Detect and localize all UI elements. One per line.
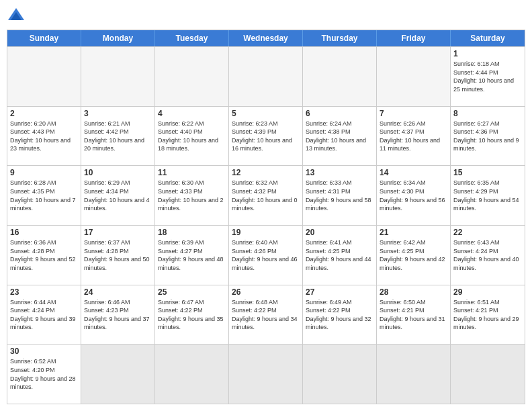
day-number: 28 — [380, 287, 447, 297]
calendar-cell — [303, 47, 377, 106]
day-number: 17 — [84, 228, 152, 237]
calendar-header: SundayMondayTuesdayWednesdayThursdayFrid… — [7, 30, 525, 46]
calendar-row: 1Sunrise: 6:18 AMSunset: 4:44 PMDaylight… — [7, 46, 525, 106]
cal-header-day: Thursday — [303, 30, 377, 46]
day-info: Sunrise: 6:23 AMSunset: 4:39 PMDaylight:… — [232, 120, 300, 153]
day-info: Sunrise: 6:27 AMSunset: 4:36 PMDaylight:… — [453, 120, 522, 153]
calendar-cell: 18Sunrise: 6:39 AMSunset: 4:27 PMDayligh… — [155, 226, 229, 285]
day-info: Sunrise: 6:29 AMSunset: 4:34 PMDaylight:… — [84, 179, 152, 212]
day-number: 20 — [306, 228, 373, 237]
calendar-cell: 11Sunrise: 6:30 AMSunset: 4:33 PMDayligh… — [155, 166, 229, 225]
calendar-cell — [377, 345, 451, 404]
day-info: Sunrise: 6:21 AMSunset: 4:42 PMDaylight:… — [84, 120, 152, 153]
cal-header-day: Sunday — [7, 30, 81, 46]
page: SundayMondayTuesdayWednesdayThursdayFrid… — [0, 0, 532, 411]
calendar-row: 16Sunrise: 6:36 AMSunset: 4:28 PMDayligh… — [7, 225, 525, 285]
day-number: 25 — [158, 287, 226, 297]
day-number: 16 — [10, 228, 78, 237]
day-number: 3 — [84, 109, 152, 118]
calendar-cell: 17Sunrise: 6:37 AMSunset: 4:28 PMDayligh… — [81, 226, 155, 285]
day-info: Sunrise: 6:40 AMSunset: 4:26 PMDaylight:… — [232, 238, 300, 272]
day-info: Sunrise: 6:18 AMSunset: 4:44 PMDaylight:… — [453, 60, 522, 93]
calendar-cell — [81, 47, 155, 106]
day-number: 7 — [380, 109, 447, 118]
day-number: 23 — [10, 287, 78, 297]
calendar-cell — [81, 345, 155, 404]
calendar-cell: 16Sunrise: 6:36 AMSunset: 4:28 PMDayligh… — [7, 226, 81, 285]
day-number: 21 — [380, 228, 447, 237]
calendar-cell: 3Sunrise: 6:21 AMSunset: 4:42 PMDaylight… — [81, 107, 155, 166]
day-info: Sunrise: 6:20 AMSunset: 4:43 PMDaylight:… — [10, 120, 78, 153]
calendar-cell: 25Sunrise: 6:47 AMSunset: 4:22 PMDayligh… — [155, 285, 229, 345]
calendar-cell: 8Sunrise: 6:27 AMSunset: 4:36 PMDaylight… — [451, 107, 525, 166]
day-number: 22 — [453, 228, 522, 237]
day-info: Sunrise: 6:36 AMSunset: 4:28 PMDaylight:… — [10, 238, 78, 272]
cal-header-day: Monday — [81, 30, 155, 46]
calendar-cell: 4Sunrise: 6:22 AMSunset: 4:40 PMDaylight… — [155, 107, 229, 166]
header — [7, 7, 525, 26]
day-number: 24 — [84, 287, 152, 297]
day-info: Sunrise: 6:30 AMSunset: 4:33 PMDaylight:… — [158, 179, 226, 212]
calendar-cell: 2Sunrise: 6:20 AMSunset: 4:43 PMDaylight… — [7, 107, 81, 166]
day-info: Sunrise: 6:47 AMSunset: 4:22 PMDaylight:… — [158, 298, 226, 332]
calendar-cell: 29Sunrise: 6:51 AMSunset: 4:21 PMDayligh… — [451, 285, 525, 345]
day-info: Sunrise: 6:32 AMSunset: 4:32 PMDaylight:… — [232, 179, 300, 212]
calendar-body: 1Sunrise: 6:18 AMSunset: 4:44 PMDaylight… — [7, 46, 525, 404]
day-number: 5 — [232, 109, 300, 118]
calendar-cell: 23Sunrise: 6:44 AMSunset: 4:24 PMDayligh… — [7, 285, 81, 345]
day-number: 1 — [453, 49, 522, 58]
day-info: Sunrise: 6:46 AMSunset: 4:23 PMDaylight:… — [84, 298, 152, 332]
calendar-cell: 24Sunrise: 6:46 AMSunset: 4:23 PMDayligh… — [81, 285, 155, 345]
day-info: Sunrise: 6:52 AMSunset: 4:20 PMDaylight:… — [10, 357, 78, 391]
calendar-cell — [155, 47, 229, 106]
day-info: Sunrise: 6:42 AMSunset: 4:25 PMDaylight:… — [380, 238, 447, 272]
day-info: Sunrise: 6:50 AMSunset: 4:21 PMDaylight:… — [380, 298, 447, 332]
day-number: 30 — [10, 347, 78, 356]
day-info: Sunrise: 6:39 AMSunset: 4:27 PMDaylight:… — [158, 238, 226, 272]
day-info: Sunrise: 6:24 AMSunset: 4:38 PMDaylight:… — [306, 120, 373, 153]
day-number: 18 — [158, 228, 226, 237]
day-number: 14 — [380, 168, 447, 177]
calendar-cell: 9Sunrise: 6:28 AMSunset: 4:35 PMDaylight… — [7, 166, 81, 225]
day-info: Sunrise: 6:43 AMSunset: 4:24 PMDaylight:… — [453, 238, 522, 272]
calendar-cell: 13Sunrise: 6:33 AMSunset: 4:31 PMDayligh… — [303, 166, 377, 225]
day-info: Sunrise: 6:41 AMSunset: 4:25 PMDaylight:… — [306, 238, 373, 272]
day-number: 29 — [453, 287, 522, 297]
day-number: 13 — [306, 168, 373, 177]
day-number: 19 — [232, 228, 300, 237]
logo — [7, 7, 28, 26]
day-info: Sunrise: 6:49 AMSunset: 4:22 PMDaylight:… — [306, 298, 373, 332]
calendar-cell: 12Sunrise: 6:32 AMSunset: 4:32 PMDayligh… — [229, 166, 303, 225]
day-number: 15 — [453, 168, 522, 177]
calendar-cell: 14Sunrise: 6:34 AMSunset: 4:30 PMDayligh… — [377, 166, 451, 225]
day-info: Sunrise: 6:37 AMSunset: 4:28 PMDaylight:… — [84, 238, 152, 272]
day-info: Sunrise: 6:34 AMSunset: 4:30 PMDaylight:… — [380, 179, 447, 212]
calendar-cell — [155, 345, 229, 404]
calendar-cell — [451, 345, 525, 404]
calendar-cell: 22Sunrise: 6:43 AMSunset: 4:24 PMDayligh… — [451, 226, 525, 285]
calendar-row: 30Sunrise: 6:52 AMSunset: 4:20 PMDayligh… — [7, 344, 525, 404]
calendar-cell: 7Sunrise: 6:26 AMSunset: 4:37 PMDaylight… — [377, 107, 451, 166]
day-number: 8 — [453, 109, 522, 118]
day-number: 9 — [10, 168, 78, 177]
calendar-cell: 15Sunrise: 6:35 AMSunset: 4:29 PMDayligh… — [451, 166, 525, 225]
day-number: 10 — [84, 168, 152, 177]
calendar-cell: 20Sunrise: 6:41 AMSunset: 4:25 PMDayligh… — [303, 226, 377, 285]
calendar-cell: 30Sunrise: 6:52 AMSunset: 4:20 PMDayligh… — [7, 345, 81, 404]
calendar-cell: 28Sunrise: 6:50 AMSunset: 4:21 PMDayligh… — [377, 285, 451, 345]
day-info: Sunrise: 6:28 AMSunset: 4:35 PMDaylight:… — [10, 179, 78, 212]
calendar-cell — [377, 47, 451, 106]
calendar-cell: 5Sunrise: 6:23 AMSunset: 4:39 PMDaylight… — [229, 107, 303, 166]
calendar-cell — [229, 345, 303, 404]
calendar-cell: 6Sunrise: 6:24 AMSunset: 4:38 PMDaylight… — [303, 107, 377, 166]
calendar: SundayMondayTuesdayWednesdayThursdayFrid… — [7, 30, 525, 404]
calendar-cell: 1Sunrise: 6:18 AMSunset: 4:44 PMDaylight… — [451, 47, 525, 106]
calendar-row: 23Sunrise: 6:44 AMSunset: 4:24 PMDayligh… — [7, 285, 525, 345]
day-number: 4 — [158, 109, 226, 118]
day-info: Sunrise: 6:48 AMSunset: 4:22 PMDaylight:… — [232, 298, 300, 332]
cal-header-day: Saturday — [451, 30, 525, 46]
calendar-cell — [7, 47, 81, 106]
day-number: 27 — [306, 287, 373, 297]
calendar-cell: 19Sunrise: 6:40 AMSunset: 4:26 PMDayligh… — [229, 226, 303, 285]
calendar-cell — [303, 345, 377, 404]
